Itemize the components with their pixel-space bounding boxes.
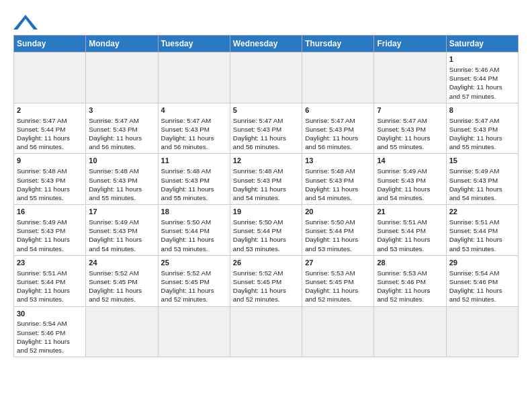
calendar-cell: 13Sunrise: 5:48 AM Sunset: 5:43 PM Dayli… bbox=[302, 154, 374, 205]
calendar-cell: 3Sunrise: 5:47 AM Sunset: 5:43 PM Daylig… bbox=[86, 103, 158, 154]
day-number: 27 bbox=[305, 258, 371, 268]
calendar-cell: 10Sunrise: 5:48 AM Sunset: 5:43 PM Dayli… bbox=[86, 154, 158, 205]
day-info: Sunrise: 5:52 AM Sunset: 5:45 PM Dayligh… bbox=[89, 269, 154, 304]
day-info: Sunrise: 5:54 AM Sunset: 5:46 PM Dayligh… bbox=[17, 319, 83, 355]
day-info: Sunrise: 5:48 AM Sunset: 5:43 PM Dayligh… bbox=[17, 167, 83, 202]
day-number: 25 bbox=[161, 258, 227, 268]
calendar-cell: 5Sunrise: 5:47 AM Sunset: 5:43 PM Daylig… bbox=[230, 103, 302, 154]
calendar-table: SundayMondayTuesdayWednesdayThursdayFrid… bbox=[13, 35, 519, 357]
calendar-cell bbox=[86, 306, 158, 357]
day-info: Sunrise: 5:48 AM Sunset: 5:43 PM Dayligh… bbox=[161, 167, 227, 202]
day-info: Sunrise: 5:47 AM Sunset: 5:43 PM Dayligh… bbox=[233, 116, 299, 152]
day-number: 29 bbox=[449, 258, 515, 268]
logo-icon bbox=[13, 15, 38, 30]
day-number: 7 bbox=[377, 105, 443, 116]
calendar-cell: 12Sunrise: 5:48 AM Sunset: 5:43 PM Dayli… bbox=[230, 154, 302, 205]
day-number: 24 bbox=[89, 258, 154, 268]
day-number: 13 bbox=[305, 156, 371, 166]
day-info: Sunrise: 5:48 AM Sunset: 5:43 PM Dayligh… bbox=[305, 167, 371, 202]
calendar-cell: 19Sunrise: 5:50 AM Sunset: 5:44 PM Dayli… bbox=[230, 205, 302, 256]
day-number: 23 bbox=[17, 258, 83, 268]
day-number: 6 bbox=[305, 105, 371, 116]
calendar-cell: 22Sunrise: 5:51 AM Sunset: 5:44 PM Dayli… bbox=[446, 205, 518, 256]
day-number: 21 bbox=[377, 207, 443, 217]
calendar-header: SundayMondayTuesdayWednesdayThursdayFrid… bbox=[14, 36, 519, 52]
day-number: 15 bbox=[449, 156, 515, 166]
day-info: Sunrise: 5:49 AM Sunset: 5:43 PM Dayligh… bbox=[17, 218, 83, 253]
day-info: Sunrise: 5:53 AM Sunset: 5:46 PM Dayligh… bbox=[377, 269, 443, 304]
calendar-cell bbox=[86, 52, 158, 103]
calendar-cell: 16Sunrise: 5:49 AM Sunset: 5:43 PM Dayli… bbox=[14, 205, 86, 256]
col-header-saturday: Saturday bbox=[446, 36, 518, 52]
calendar-body: 1Sunrise: 5:46 AM Sunset: 5:44 PM Daylig… bbox=[14, 52, 519, 357]
day-number: 16 bbox=[17, 207, 83, 217]
day-info: Sunrise: 5:52 AM Sunset: 5:45 PM Dayligh… bbox=[161, 269, 227, 304]
day-info: Sunrise: 5:47 AM Sunset: 5:43 PM Dayligh… bbox=[377, 116, 443, 152]
day-number: 14 bbox=[377, 156, 443, 166]
title-area bbox=[38, 11, 519, 12]
day-number: 30 bbox=[17, 309, 83, 319]
day-number: 3 bbox=[89, 105, 154, 116]
day-number: 11 bbox=[161, 156, 227, 166]
day-number: 17 bbox=[89, 207, 154, 217]
day-info: Sunrise: 5:50 AM Sunset: 5:44 PM Dayligh… bbox=[233, 218, 299, 253]
day-number: 9 bbox=[17, 156, 83, 166]
day-number: 1 bbox=[449, 54, 515, 64]
calendar-cell bbox=[230, 52, 302, 103]
logo bbox=[13, 11, 38, 30]
calendar-week-row: 1Sunrise: 5:46 AM Sunset: 5:44 PM Daylig… bbox=[14, 52, 519, 103]
day-number: 19 bbox=[233, 207, 299, 217]
calendar-cell bbox=[158, 306, 230, 357]
calendar-cell: 15Sunrise: 5:49 AM Sunset: 5:43 PM Dayli… bbox=[446, 154, 518, 205]
calendar-cell: 28Sunrise: 5:53 AM Sunset: 5:46 PM Dayli… bbox=[374, 255, 446, 306]
calendar-cell: 25Sunrise: 5:52 AM Sunset: 5:45 PM Dayli… bbox=[158, 255, 230, 306]
col-header-tuesday: Tuesday bbox=[158, 36, 230, 52]
col-header-thursday: Thursday bbox=[302, 36, 374, 52]
day-number: 26 bbox=[233, 258, 299, 268]
col-header-wednesday: Wednesday bbox=[230, 36, 302, 52]
day-number: 2 bbox=[17, 105, 83, 116]
day-info: Sunrise: 5:51 AM Sunset: 5:44 PM Dayligh… bbox=[449, 218, 515, 253]
calendar-cell: 29Sunrise: 5:54 AM Sunset: 5:46 PM Dayli… bbox=[446, 255, 518, 306]
calendar-cell bbox=[302, 52, 374, 103]
calendar-cell bbox=[446, 306, 518, 357]
calendar-cell: 2Sunrise: 5:47 AM Sunset: 5:44 PM Daylig… bbox=[14, 103, 86, 154]
page-header bbox=[13, 11, 519, 30]
day-number: 18 bbox=[161, 207, 227, 217]
day-info: Sunrise: 5:51 AM Sunset: 5:44 PM Dayligh… bbox=[377, 218, 443, 253]
day-info: Sunrise: 5:49 AM Sunset: 5:43 PM Dayligh… bbox=[449, 167, 515, 202]
calendar-cell: 4Sunrise: 5:47 AM Sunset: 5:43 PM Daylig… bbox=[158, 103, 230, 154]
calendar-cell: 14Sunrise: 5:49 AM Sunset: 5:43 PM Dayli… bbox=[374, 154, 446, 205]
calendar-cell: 8Sunrise: 5:47 AM Sunset: 5:43 PM Daylig… bbox=[446, 103, 518, 154]
calendar-week-row: 9Sunrise: 5:48 AM Sunset: 5:43 PM Daylig… bbox=[14, 154, 519, 205]
day-number: 4 bbox=[161, 105, 227, 116]
col-header-friday: Friday bbox=[374, 36, 446, 52]
calendar-cell bbox=[374, 306, 446, 357]
day-info: Sunrise: 5:47 AM Sunset: 5:43 PM Dayligh… bbox=[89, 116, 154, 152]
day-info: Sunrise: 5:49 AM Sunset: 5:43 PM Dayligh… bbox=[377, 167, 443, 202]
day-number: 22 bbox=[449, 207, 515, 217]
day-header-row: SundayMondayTuesdayWednesdayThursdayFrid… bbox=[14, 36, 519, 52]
day-number: 10 bbox=[89, 156, 154, 166]
day-info: Sunrise: 5:50 AM Sunset: 5:44 PM Dayligh… bbox=[161, 218, 227, 253]
calendar-cell: 20Sunrise: 5:50 AM Sunset: 5:44 PM Dayli… bbox=[302, 205, 374, 256]
day-info: Sunrise: 5:46 AM Sunset: 5:44 PM Dayligh… bbox=[449, 65, 515, 101]
day-info: Sunrise: 5:48 AM Sunset: 5:43 PM Dayligh… bbox=[89, 167, 154, 202]
day-info: Sunrise: 5:47 AM Sunset: 5:43 PM Dayligh… bbox=[449, 116, 515, 152]
col-header-sunday: Sunday bbox=[14, 36, 86, 52]
calendar-cell bbox=[158, 52, 230, 103]
calendar-cell: 7Sunrise: 5:47 AM Sunset: 5:43 PM Daylig… bbox=[374, 103, 446, 154]
calendar-cell: 9Sunrise: 5:48 AM Sunset: 5:43 PM Daylig… bbox=[14, 154, 86, 205]
day-number: 12 bbox=[233, 156, 299, 166]
day-info: Sunrise: 5:48 AM Sunset: 5:43 PM Dayligh… bbox=[233, 167, 299, 202]
day-info: Sunrise: 5:49 AM Sunset: 5:43 PM Dayligh… bbox=[89, 218, 154, 253]
day-number: 5 bbox=[233, 105, 299, 116]
calendar-cell: 24Sunrise: 5:52 AM Sunset: 5:45 PM Dayli… bbox=[86, 255, 158, 306]
calendar-cell: 30Sunrise: 5:54 AM Sunset: 5:46 PM Dayli… bbox=[14, 306, 86, 357]
day-info: Sunrise: 5:54 AM Sunset: 5:46 PM Dayligh… bbox=[449, 269, 515, 304]
calendar-cell bbox=[302, 306, 374, 357]
calendar-cell: 1Sunrise: 5:46 AM Sunset: 5:44 PM Daylig… bbox=[446, 52, 518, 103]
calendar-cell: 6Sunrise: 5:47 AM Sunset: 5:43 PM Daylig… bbox=[302, 103, 374, 154]
day-number: 28 bbox=[377, 258, 443, 268]
calendar-cell bbox=[374, 52, 446, 103]
